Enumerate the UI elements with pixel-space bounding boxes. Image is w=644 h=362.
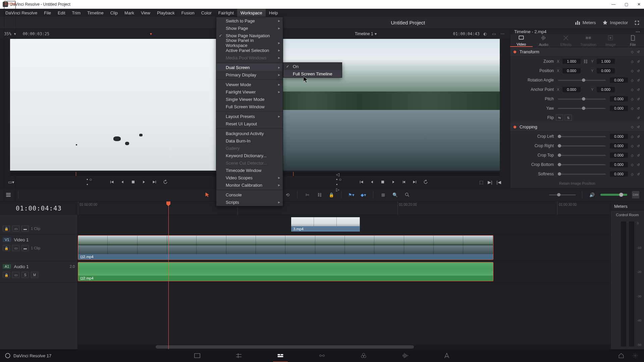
timeline-canvas[interactable]: 01:00:00:0001:00:10:0001:00:20:0001:00:3…	[78, 201, 610, 349]
v1-track[interactable]: ⊡ 2.mp4	[78, 234, 610, 261]
source-canvas[interactable]	[10, 39, 245, 171]
anchor-kf[interactable]: ◇	[630, 87, 635, 92]
crop-bottom-input[interactable]: 0.000	[610, 162, 628, 167]
transform-enable-dot[interactable]	[514, 51, 516, 53]
pos-y-input[interactable]: 0.000	[597, 68, 615, 73]
viewer-menu-button[interactable]: ⋯	[499, 31, 506, 37]
cl-kf[interactable]: ◇	[630, 134, 635, 139]
inspector-menu-button[interactable]: ⋯	[636, 29, 640, 34]
clip-2mp4-video[interactable]: ⊡ 2.mp4	[78, 235, 493, 260]
clip-2mp4-audio[interactable]: ⊡ 2.mp4	[78, 262, 493, 281]
pitch-slider[interactable]	[558, 99, 606, 100]
v2-track[interactable]: 3.mp4	[78, 215, 610, 234]
menu-playback[interactable]: Playback	[154, 9, 178, 17]
a1-mute[interactable]: M	[31, 272, 38, 278]
rotation-slider[interactable]	[558, 80, 606, 81]
crop-bottom-slider[interactable]	[558, 164, 606, 165]
menu-help[interactable]: Help	[266, 9, 281, 17]
prog-play-button[interactable]	[390, 179, 396, 185]
prog-loop-button[interactable]	[423, 179, 429, 185]
v1-lock[interactable]: 🔒	[3, 245, 10, 251]
a1-track[interactable]: ⊡ 2.mp4	[78, 261, 610, 283]
dots-indicator-prog[interactable]: ◁ • ○ • ▷	[336, 179, 342, 185]
color-page-button[interactable]	[360, 352, 368, 360]
loop-button[interactable]	[162, 179, 168, 185]
v2-disable[interactable]: ▬	[21, 226, 29, 232]
program-canvas[interactable]	[265, 39, 500, 171]
flip-v-button[interactable]: ⇅	[565, 115, 572, 121]
a1-tag[interactable]: A1	[3, 264, 11, 269]
prog-last-frame-button[interactable]	[412, 179, 418, 185]
bypass-button[interactable]: ◐	[482, 31, 488, 37]
source-scrubber[interactable]	[10, 172, 245, 176]
crop-left-slider[interactable]	[558, 136, 606, 137]
flip-h-button[interactable]: ⇋	[556, 115, 563, 121]
a1-arm[interactable]: ▭	[12, 272, 19, 278]
menu-trim[interactable]: Trim	[69, 9, 84, 17]
zoom-kf[interactable]: ◇	[630, 59, 635, 64]
cb-kf[interactable]: ◇	[630, 162, 635, 167]
ws-menu-dual-screen[interactable]: Dual Screen	[216, 64, 283, 71]
cut-page-button[interactable]	[235, 352, 243, 360]
close-button[interactable]: ✕	[637, 2, 641, 7]
goto-in-button[interactable]: ▶|	[487, 179, 493, 185]
cs-reset[interactable]: ↺	[636, 172, 641, 176]
v1-tag[interactable]: V1	[3, 237, 11, 242]
flag-dropdown[interactable]: ⚑▾	[347, 191, 355, 198]
meters-toggle[interactable]: Meters	[575, 20, 596, 26]
timeline-ruler[interactable]: 01:00:00:0001:00:10:0001:00:20:0001:00:3…	[78, 201, 610, 215]
a1-solo[interactable]: S	[21, 272, 29, 278]
rotation-input[interactable]: 0.000	[610, 77, 628, 83]
source-mode-dropdown[interactable]: ▭▾	[8, 179, 14, 185]
pos-kf[interactable]: ◇	[630, 68, 635, 73]
edit-page-button[interactable]	[276, 352, 284, 360]
inspector-toggle[interactable]: Inspector	[602, 20, 628, 26]
first-frame-button[interactable]	[109, 179, 115, 185]
dim-button[interactable]: DIM	[632, 191, 639, 198]
ws-menu-video-scopes[interactable]: Video Scopes	[216, 174, 283, 181]
pos-x-input[interactable]: 0.000	[562, 68, 581, 73]
crop-top-slider[interactable]	[558, 155, 606, 156]
ws-menu-console[interactable]: Console	[216, 191, 283, 198]
crop-softness-slider[interactable]	[558, 174, 606, 175]
media-page-button[interactable]	[193, 352, 201, 360]
a1-track-header[interactable]: A1 Audio 1 2.0 🔒 ▭ S M	[0, 261, 77, 283]
v1-track-header[interactable]: V1 Video 1 🔒 ▭ ▬ 1 Clip	[0, 234, 77, 261]
zoom-link-button[interactable]: ⛓	[583, 59, 588, 64]
inspector-tab-file[interactable]: File	[622, 34, 644, 47]
prog-next-frame-button[interactable]	[401, 179, 407, 185]
maximize-button[interactable]: ▢	[624, 2, 629, 7]
v1-disable[interactable]: ▬	[21, 245, 29, 251]
dots-indicator[interactable]: • ○ •	[87, 179, 93, 185]
ct-reset[interactable]: ↺	[636, 153, 641, 158]
cropping-section-header[interactable]: Cropping ◇↺	[510, 122, 644, 132]
dualscreen-full-screen-timeline[interactable]: Full Screen Timeline	[283, 70, 342, 77]
workspace-menu[interactable]: Switch to PageShow PageShow Page Navigat…	[216, 17, 283, 206]
crop-left-input[interactable]: 0.000	[610, 134, 628, 139]
ws-menu-fairlight-viewer[interactable]: Fairlight Viewer	[216, 88, 283, 96]
ws-menu-show-panel-in-workspace[interactable]: Show Panel in Workspace	[216, 39, 283, 47]
cr-kf[interactable]: ◇	[630, 143, 635, 148]
ws-menu-background-activity[interactable]: Background Activity	[216, 130, 283, 137]
yaw-input[interactable]: 0.000	[610, 106, 628, 111]
yaw-slider[interactable]	[558, 108, 606, 109]
search-tool[interactable]	[404, 191, 411, 198]
lock-tool[interactable]: 🔒	[328, 191, 335, 198]
inspector-tab-video[interactable]: Video	[510, 34, 533, 47]
cropping-reset[interactable]: ↺	[636, 125, 641, 129]
cropping-kf-diamond[interactable]: ◇	[630, 125, 635, 129]
crop-softness-input[interactable]: 0.000	[610, 171, 628, 177]
zoom-reset[interactable]: ↺	[636, 59, 641, 64]
crop-right-slider[interactable]	[558, 145, 606, 146]
link-tool[interactable]: ⛓	[316, 191, 323, 198]
dualscreen-on[interactable]: On	[283, 63, 342, 70]
zoom-x-input[interactable]: 1.000	[562, 59, 581, 64]
rot-kf[interactable]: ◇	[630, 78, 635, 82]
cl-reset[interactable]: ↺	[636, 134, 641, 139]
snap-tool[interactable]: ⊞	[379, 191, 387, 198]
razor-tool[interactable]: ✄	[304, 191, 311, 198]
transform-section-header[interactable]: Transform ◇↺	[510, 47, 644, 57]
pitch-input[interactable]: 0.000	[610, 96, 628, 102]
flip-reset[interactable]: ↺	[636, 115, 641, 120]
ws-menu-switch-to-page[interactable]: Switch to Page	[216, 17, 283, 24]
